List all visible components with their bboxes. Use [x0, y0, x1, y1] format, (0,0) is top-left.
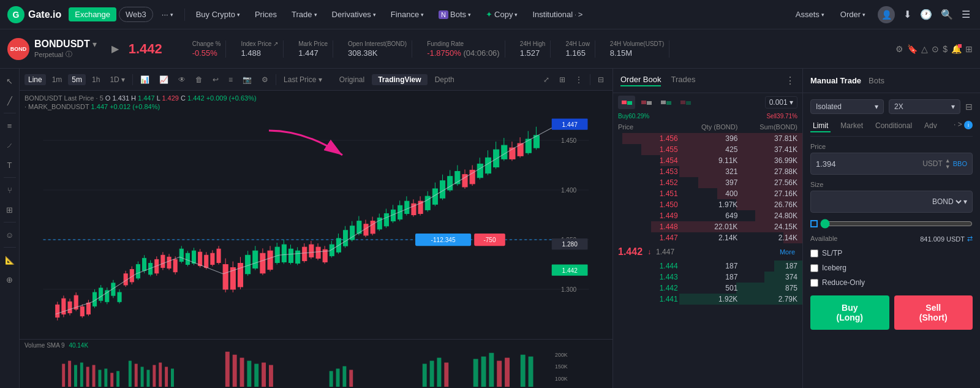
cursor-tool[interactable]: ↖ — [2, 74, 17, 88]
play-icon[interactable]: ▶ — [111, 43, 119, 55]
5m-interval-btn[interactable]: 5m — [68, 74, 86, 85]
derivatives-nav-btn[interactable]: Derivatives ▾ — [326, 7, 382, 21]
refresh-icon[interactable]: ⇄ — [967, 235, 973, 243]
prices-nav-btn[interactable]: Prices — [249, 7, 283, 21]
ob-ask-row[interactable]: 1.452 397 27.56K — [613, 177, 802, 188]
pattern-tool[interactable]: ⊞ — [2, 202, 17, 217]
finance-nav-btn[interactable]: Finance ▾ — [385, 7, 430, 21]
trash-btn[interactable]: 🗑 — [192, 74, 206, 85]
fullscreen-btn[interactable]: ⤢ — [540, 74, 553, 85]
alert-icon[interactable]: △ — [921, 44, 928, 54]
manual-trade-tab[interactable]: Manual Trade — [810, 76, 861, 85]
ob-ask-row[interactable]: 1.456 396 37.81K — [613, 133, 802, 144]
trade-nav-btn[interactable]: Trade ▾ — [285, 7, 323, 21]
size-input[interactable] — [816, 197, 930, 207]
ob-ask-row[interactable]: 1.448 22.01K 24.15K — [613, 221, 802, 232]
pair-dropdown-icon[interactable]: ▾ — [92, 39, 97, 49]
text-tool[interactable]: T — [2, 158, 17, 172]
buy-long-btn[interactable]: Buy (Long) — [810, 295, 889, 330]
ob-ask-row[interactable]: 1.449 649 24.80K — [613, 210, 802, 221]
settings-btn[interactable]: ⚙ — [258, 74, 272, 85]
clock-icon[interactable]: 🕐 — [918, 6, 935, 23]
fork-tool[interactable]: ⑂ — [2, 183, 17, 197]
isolated-select[interactable]: Isolated ▾ — [810, 99, 884, 114]
ob-view-buy-btn[interactable] — [657, 96, 674, 109]
price-type-btn[interactable]: Last Price ▾ — [280, 74, 326, 85]
size-slider[interactable] — [820, 219, 973, 229]
layout-icon[interactable]: ⊞ — [965, 44, 973, 54]
assets-nav-btn[interactable]: Assets ▾ — [790, 7, 831, 21]
search-icon[interactable]: 🔍 — [938, 6, 956, 23]
download-icon[interactable]: ⬇ — [901, 6, 914, 23]
1h-interval-btn[interactable]: 1h — [88, 74, 104, 85]
ob-view-alt-btn[interactable] — [677, 96, 694, 109]
chart-main[interactable]: BONDUSDT Last Price · 5 O 1.431 H 1.447 … — [20, 91, 612, 388]
ob-bid-row[interactable]: 1.444 187 187 — [613, 261, 802, 272]
replay-btn[interactable]: ↩ — [209, 74, 222, 85]
ob-view-both-btn[interactable] — [618, 96, 635, 109]
size-currency-select[interactable]: BOND USDT — [930, 197, 963, 207]
bbo-btn[interactable]: BBO — [953, 160, 967, 167]
emoji-tool[interactable]: ☺ — [2, 227, 17, 242]
grid-btn[interactable]: ⊞ — [556, 74, 569, 85]
order-book-tab[interactable]: Order Book — [620, 75, 661, 86]
limit-tab[interactable]: Limit — [810, 120, 831, 132]
avatar-btn[interactable]: 👤 — [875, 4, 897, 26]
bookmark-icon[interactable]: 🔖 — [907, 44, 918, 54]
ob-more-btn[interactable]: More — [777, 246, 797, 258]
eye-btn[interactable]: 👁 — [175, 74, 189, 85]
measure-tool[interactable]: 📐 — [2, 253, 17, 267]
ob-ask-row[interactable]: 1.453 321 27.88K — [613, 166, 802, 177]
order-book-menu-btn[interactable]: ⋮ — [785, 75, 795, 86]
order-type-more-btn[interactable]: · > i — [954, 120, 973, 132]
ob-bid-row[interactable]: 1.443 187 374 — [613, 272, 802, 283]
ob-ask-row[interactable]: 1.454 9.11K 36.99K — [613, 155, 802, 166]
ob-bid-row[interactable]: 1.441 1.92K 2.79K — [613, 294, 802, 305]
reduce-only-checkbox[interactable] — [810, 279, 818, 287]
ob-ask-row[interactable]: 1.451 400 27.16K — [613, 188, 802, 199]
ob-ask-row[interactable]: 1.455 425 37.41K — [613, 144, 802, 155]
ob-ask-row[interactable]: 1.447 2.14K 2.14K — [613, 232, 802, 243]
institutional-nav-btn[interactable]: Institutional · > — [526, 7, 589, 21]
bell-icon[interactable]: 🔔 — [951, 44, 962, 54]
dollar-icon[interactable]: $ — [943, 44, 948, 54]
buy-crypto-nav-btn[interactable]: Buy Crypto ▾ — [190, 7, 246, 21]
ob-bid-row[interactable]: 1.442 501 875 — [613, 283, 802, 294]
trades-tab[interactable]: Trades — [671, 75, 695, 86]
web3-nav-btn[interactable]: Web3 — [119, 7, 153, 22]
ob-view-sell-btn[interactable] — [638, 96, 655, 109]
ob-ask-row[interactable]: 1.450 1.97K 26.76K — [613, 199, 802, 210]
parallel-lines-tool[interactable]: ≡ — [2, 118, 17, 133]
line-interval-btn[interactable]: Line — [24, 74, 46, 85]
bots-tab[interactable]: Bots — [869, 76, 884, 85]
camera-btn[interactable]: 📷 — [239, 74, 255, 85]
order-nav-btn[interactable]: Order ▾ — [834, 7, 872, 21]
exchange-nav-btn[interactable]: Exchange — [69, 7, 116, 21]
price-step-up[interactable]: ▲ — [945, 158, 951, 164]
list-btn[interactable]: ≡ — [225, 74, 236, 85]
iceberg-checkbox[interactable] — [810, 264, 818, 272]
line-tool[interactable]: ╱ — [2, 93, 17, 108]
more-btn[interactable]: ⋮ — [571, 74, 586, 85]
ray-tool[interactable]: ⟋ — [2, 138, 17, 153]
adv-tab[interactable]: Adv — [922, 120, 940, 132]
1d-interval-btn[interactable]: 1D ▾ — [106, 74, 129, 85]
sell-short-btn[interactable]: Sell (Short) — [894, 295, 973, 330]
copy-nav-btn[interactable]: ✦ Copy ▾ — [480, 7, 524, 21]
timer-icon[interactable]: ⊙ — [932, 44, 939, 54]
strategy-btn[interactable]: 📈 — [156, 74, 172, 85]
conditional-tab[interactable]: Conditional — [873, 120, 914, 132]
leverage-select[interactable]: 2X ▾ — [889, 99, 960, 114]
market-tab[interactable]: Market — [838, 120, 865, 132]
menu-icon[interactable]: ☰ — [959, 6, 973, 23]
1m-interval-btn[interactable]: 1m — [48, 74, 66, 85]
depth-tab[interactable]: Depth — [429, 74, 461, 85]
price-input[interactable] — [816, 159, 922, 169]
logo[interactable]: G Gate.io — [7, 6, 61, 23]
bots-nav-btn[interactable]: N Bots ▾ — [432, 7, 477, 21]
original-tab[interactable]: Original — [333, 74, 371, 85]
ob-precision-selector[interactable]: 0.001 ▾ — [765, 96, 797, 108]
sl-tp-checkbox[interactable] — [810, 249, 818, 257]
price-step-down[interactable]: ▼ — [945, 164, 951, 170]
filter-icon[interactable]: ⚙ — [895, 44, 903, 54]
